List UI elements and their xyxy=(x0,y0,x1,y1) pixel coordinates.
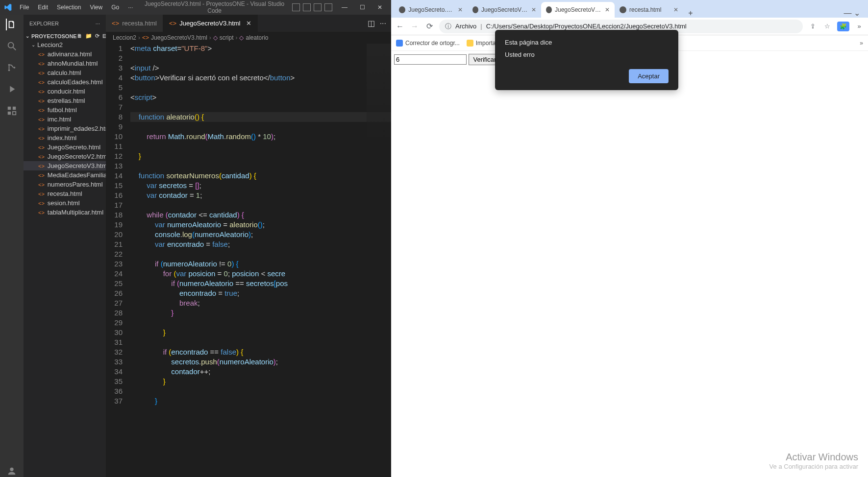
code-content[interactable]: <meta charset="UTF-8"><input /><button>V… xyxy=(130,44,391,477)
explorer-header: EXPLORER ··· xyxy=(24,15,106,32)
new-folder-icon[interactable]: 📁 xyxy=(85,33,92,39)
explorer-icon[interactable] xyxy=(6,19,18,30)
layout-icon[interactable] xyxy=(303,3,311,11)
search-icon[interactable] xyxy=(6,40,18,52)
tab-label: recesta.html xyxy=(629,6,661,13)
file-tablaMultiplicar-html[interactable]: <>tablaMultiplicar.html xyxy=(24,208,106,217)
source-control-icon[interactable] xyxy=(6,62,18,73)
file-adivinanza-html[interactable]: <>adivinanza.html xyxy=(24,49,106,59)
svg-rect-7 xyxy=(8,112,11,115)
file-imc-html[interactable]: <>imc.html xyxy=(24,115,106,124)
editor-tab[interactable]: <>recesta.html xyxy=(106,15,163,32)
code-editor[interactable]: 1234567891011121314151617181920212223242… xyxy=(106,44,391,477)
browser-tab-strip: JuegoSecreto.html✕JuegoSecretoV2.htm✕Jue… xyxy=(391,0,868,18)
breadcrumb-part[interactable]: JuegoSecretoV3.html xyxy=(151,34,207,41)
account-icon[interactable] xyxy=(6,465,18,477)
extensions-icon[interactable] xyxy=(6,105,18,117)
file-numerosPares-html[interactable]: <>numerosPares.html xyxy=(24,180,106,189)
file-calculo-html[interactable]: <>calculo.html xyxy=(24,68,106,77)
site-info-icon[interactable]: ⓘ xyxy=(445,22,451,31)
forward-button[interactable]: → xyxy=(410,22,420,31)
browser-tab[interactable]: JuegoSecreto.html✕ xyxy=(394,2,468,18)
file-index-html[interactable]: <>index.html xyxy=(24,133,106,143)
split-editor-icon[interactable]: ◫ xyxy=(368,19,375,28)
browser-tab[interactable]: JuegoSecretoV2.htm✕ xyxy=(468,2,541,18)
file-recesta-html[interactable]: <>recesta.html xyxy=(24,189,106,198)
reload-button[interactable]: ⟳ xyxy=(424,22,434,31)
minimap[interactable] xyxy=(367,44,391,142)
close-icon[interactable]: ✕ xyxy=(246,20,251,27)
layout-icon[interactable] xyxy=(314,3,322,11)
menu-go[interactable]: Go xyxy=(107,2,123,13)
browser-more-icon[interactable]: » xyxy=(854,23,864,30)
file-JuegoSecretoV2-html[interactable]: <>JuegoSecretoV2.html xyxy=(24,152,106,161)
refresh-icon[interactable]: ⟳ xyxy=(95,33,99,39)
bookmark-favicon xyxy=(396,40,403,47)
editor-more-icon[interactable]: ··· xyxy=(380,19,386,28)
back-button[interactable]: ← xyxy=(395,22,405,31)
new-tab-button[interactable]: + xyxy=(683,9,698,18)
minimize-button[interactable]: — xyxy=(337,4,352,11)
browser-tab[interactable]: recesta.html✕ xyxy=(615,2,683,18)
activity-bar xyxy=(0,15,24,477)
layout-icon[interactable] xyxy=(324,3,332,11)
bookmark-label: Corrector de ortogr... xyxy=(405,40,460,47)
file-conducir-html[interactable]: <>conducir.html xyxy=(24,87,106,96)
svg-rect-8 xyxy=(13,112,16,115)
star-icon[interactable]: ☆ xyxy=(822,23,832,30)
html-file-icon: <> xyxy=(38,126,45,132)
layout-controls[interactable] xyxy=(292,3,332,11)
close-icon[interactable]: ✕ xyxy=(673,6,678,13)
html-file-icon: <> xyxy=(38,163,45,169)
svg-point-4 xyxy=(14,67,16,69)
bookmark-item[interactable]: Corrector de ortogr... xyxy=(396,40,460,47)
breadcrumb[interactable]: Leccion2 › <> JuegoSecretoV3.html › ◇ sc… xyxy=(106,32,391,44)
file-sesion-html[interactable]: <>sesion.html xyxy=(24,198,106,208)
close-button[interactable]: ✕ xyxy=(372,4,387,11)
menu-edit[interactable]: Edit xyxy=(34,2,52,13)
new-file-icon[interactable]: 🗎 xyxy=(77,33,82,39)
breadcrumb-part[interactable]: Leccion2 xyxy=(113,34,136,41)
close-icon[interactable]: ✕ xyxy=(458,6,463,13)
tab-favicon xyxy=(472,6,478,13)
dialog-ok-button[interactable]: Aceptar xyxy=(629,69,669,83)
guess-input[interactable] xyxy=(394,54,467,65)
explorer-more-icon[interactable]: ··· xyxy=(96,21,100,26)
vscode-window: FileEditSelectionViewGo··· JuegoSecretoV… xyxy=(0,0,391,477)
tab-label: JuegoSecreto.html xyxy=(408,6,455,13)
menu-file[interactable]: File xyxy=(16,2,33,13)
file-estrellas-html[interactable]: <>estrellas.html xyxy=(24,96,106,105)
file-ahnoMundial-html[interactable]: <>ahnoMundial.html xyxy=(24,59,106,68)
menu-···[interactable]: ··· xyxy=(124,2,137,13)
file-imprimir_edades2-html[interactable]: <>imprimir_edades2.html xyxy=(24,124,106,133)
project-root[interactable]: ⌄ PROYECTOSONE 🗎 📁 ⟳ ⊟ xyxy=(24,32,106,40)
file-JuegoSecreto-html[interactable]: <>JuegoSecreto.html xyxy=(24,143,106,152)
file-futbol-html[interactable]: <>futbol.html xyxy=(24,105,106,115)
folder-leccion2[interactable]: ⌄ Leccion2 xyxy=(24,40,106,49)
file-calculoEdades-html[interactable]: <>calculoEdades.html xyxy=(24,77,106,87)
close-icon[interactable]: ✕ xyxy=(531,6,536,13)
extensions-icon[interactable]: 🧩 xyxy=(837,22,849,31)
editor-tab[interactable]: <>JuegoSecretoV3.html✕ xyxy=(163,15,258,32)
share-icon[interactable]: ⇪ xyxy=(808,23,818,30)
bookmarks-overflow-icon[interactable]: » xyxy=(860,40,863,47)
file-JuegoSecretoV3-html[interactable]: <>JuegoSecretoV3.html xyxy=(24,161,106,170)
svg-line-1 xyxy=(13,48,16,50)
menu-selection[interactable]: Selection xyxy=(53,2,85,13)
svg-rect-6 xyxy=(13,107,16,110)
file-MediaEdadesFamilia-html[interactable]: <>MediaEdadesFamilia.html xyxy=(24,170,106,180)
close-icon[interactable]: ✕ xyxy=(605,6,610,13)
file-label: estrellas.html xyxy=(48,97,85,104)
maximize-button[interactable]: ☐ xyxy=(355,4,370,11)
file-label: imprimir_edades2.html xyxy=(48,125,112,132)
html-file-icon: <> xyxy=(38,200,45,206)
menu-view[interactable]: View xyxy=(86,2,106,13)
file-label: sesion.html xyxy=(48,199,80,207)
browser-tab[interactable]: JuegoSecretoV3.htm✕ xyxy=(541,2,615,18)
breadcrumb-part[interactable]: script xyxy=(220,34,234,41)
layout-icon[interactable] xyxy=(292,3,300,11)
debug-icon[interactable] xyxy=(6,83,18,95)
dialog-message: Usted erro xyxy=(505,51,669,58)
breadcrumb-part[interactable]: aleatorio xyxy=(246,34,268,41)
html-file-icon: <> xyxy=(38,70,45,76)
